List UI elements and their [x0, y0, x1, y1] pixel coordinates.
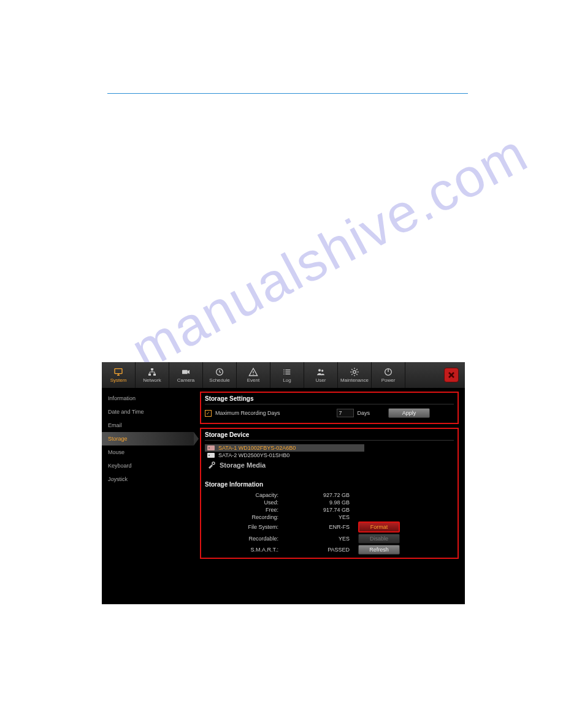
- disable-button[interactable]: Disable: [358, 534, 400, 544]
- nav-close-area: [405, 362, 465, 388]
- svg-rect-3: [151, 368, 153, 370]
- nav-label: Power: [381, 377, 396, 383]
- top-nav: System Network Camera Schedule Event Log…: [102, 362, 465, 388]
- nav-label: Network: [143, 377, 161, 383]
- device-label: SATA-2 WD2500YS-01SHB0: [218, 452, 289, 458]
- nav-maintenance[interactable]: Maintenance: [338, 362, 372, 388]
- days-unit: Days: [358, 410, 370, 416]
- sidebar-item-information[interactable]: Information: [102, 392, 194, 405]
- format-button[interactable]: Format: [358, 521, 400, 533]
- svg-point-18: [353, 371, 356, 374]
- list-icon: [282, 367, 293, 377]
- nav-label: Camera: [177, 377, 194, 383]
- close-icon: [448, 371, 455, 379]
- info-row-smart: S.M.A.R.T.: PASSED Refresh: [205, 544, 454, 555]
- camera-icon: [180, 367, 191, 377]
- nav-user[interactable]: User: [304, 362, 338, 388]
- panel-title: Storage Device: [205, 431, 454, 441]
- info-value: 927.72 GB: [285, 492, 358, 498]
- svg-point-16: [318, 369, 321, 371]
- nav-label: Log: [283, 377, 291, 383]
- hdd-icon: [207, 445, 215, 451]
- info-row-filesystem: File System: ENR-FS Format: [205, 521, 454, 533]
- alert-icon: [248, 367, 259, 377]
- sidebar-item-storage[interactable]: Storage: [102, 432, 194, 446]
- max-days-checkbox[interactable]: ✓: [205, 410, 212, 417]
- info-row-capacity: Capacity: 927.72 GB: [205, 491, 454, 499]
- info-row-recordable: Recordable: YES Disable: [205, 533, 454, 544]
- sidebar-item-mouse[interactable]: Mouse: [102, 446, 194, 459]
- info-label: Free:: [205, 507, 285, 513]
- power-icon: [383, 367, 394, 377]
- storage-media-label: Storage Media: [220, 461, 266, 469]
- svg-rect-4: [148, 374, 151, 376]
- tool-icon: [207, 461, 216, 469]
- info-value: PASSED: [285, 547, 358, 553]
- nav-camera[interactable]: Camera: [169, 362, 203, 388]
- close-button[interactable]: [444, 368, 459, 382]
- nav-label: Maintenance: [340, 377, 369, 383]
- svg-point-24: [209, 455, 210, 456]
- svg-point-13: [283, 370, 285, 371]
- info-value: ENR-FS: [285, 524, 358, 530]
- nav-schedule[interactable]: Schedule: [203, 362, 237, 388]
- device-label: SATA-1 WD1002FBYS-02A6B0: [218, 445, 296, 451]
- info-label: Used:: [205, 499, 285, 506]
- info-row-free: Free: 917.74 GB: [205, 506, 454, 514]
- max-days-input[interactable]: [337, 409, 354, 417]
- svg-rect-0: [115, 369, 122, 374]
- info-value: YES: [285, 514, 358, 520]
- nav-label: Event: [247, 377, 259, 383]
- max-days-label: Maximum Recording Days: [215, 410, 280, 416]
- info-label: Recordable:: [205, 536, 285, 542]
- sidebar-item-joystick[interactable]: Joystick: [102, 472, 194, 486]
- nav-power[interactable]: Power: [372, 362, 405, 388]
- watermark-text: manualshive.com: [121, 121, 538, 382]
- hdd-icon: [207, 452, 215, 458]
- info-value: 9.98 GB: [285, 499, 358, 506]
- gear-icon: [349, 367, 360, 377]
- nav-system[interactable]: System: [102, 362, 136, 388]
- info-label: Recording:: [205, 514, 285, 520]
- panel-title: Storage Settings: [205, 395, 454, 404]
- sidebar-item-keyboard[interactable]: Keyboard: [102, 459, 194, 472]
- svg-point-22: [209, 447, 210, 449]
- info-value: 917.74 GB: [285, 507, 358, 513]
- svg-point-9: [253, 374, 253, 374]
- info-label: File System:: [205, 524, 285, 530]
- nav-label: System: [110, 377, 127, 383]
- refresh-button[interactable]: Refresh: [358, 545, 400, 555]
- storage-media-row[interactable]: Storage Media: [205, 460, 454, 470]
- svg-point-15: [283, 374, 285, 375]
- nav-event[interactable]: Event: [237, 362, 270, 388]
- device-row[interactable]: SATA-2 WD2500YS-01SHB0: [205, 452, 454, 459]
- svg-rect-6: [182, 370, 188, 374]
- info-value: YES: [285, 536, 358, 542]
- users-icon: [315, 367, 326, 377]
- info-row-used: Used: 9.98 GB: [205, 499, 454, 506]
- svg-rect-21: [207, 446, 215, 450]
- svg-point-25: [212, 462, 215, 464]
- sidebar-item-email[interactable]: Email: [102, 419, 194, 432]
- clock-icon: [214, 367, 225, 377]
- svg-rect-5: [153, 374, 156, 376]
- info-label: Capacity:: [205, 492, 285, 498]
- apply-button[interactable]: Apply: [388, 408, 430, 418]
- svg-rect-23: [207, 453, 215, 458]
- storage-device-panel: Storage Device SATA-1 WD1002FBYS-02A6B0 …: [200, 428, 459, 559]
- network-icon: [147, 367, 158, 377]
- settings-window: System Network Camera Schedule Event Log…: [102, 362, 465, 604]
- info-row-recording: Recording: YES: [205, 514, 454, 521]
- page-divider: [107, 93, 468, 94]
- monitor-icon: [113, 367, 124, 377]
- svg-point-17: [321, 370, 323, 371]
- storage-info-title: Storage Information: [205, 481, 454, 488]
- svg-point-14: [283, 371, 285, 373]
- info-label: S.M.A.R.T.:: [205, 547, 285, 553]
- sidebar: Information Date and Time Email Storage …: [102, 388, 194, 604]
- device-row[interactable]: SATA-1 WD1002FBYS-02A6B0: [205, 444, 364, 452]
- nav-log[interactable]: Log: [270, 362, 304, 388]
- nav-label: User: [316, 377, 326, 383]
- nav-network[interactable]: Network: [136, 362, 169, 388]
- sidebar-item-datetime[interactable]: Date and Time: [102, 405, 194, 419]
